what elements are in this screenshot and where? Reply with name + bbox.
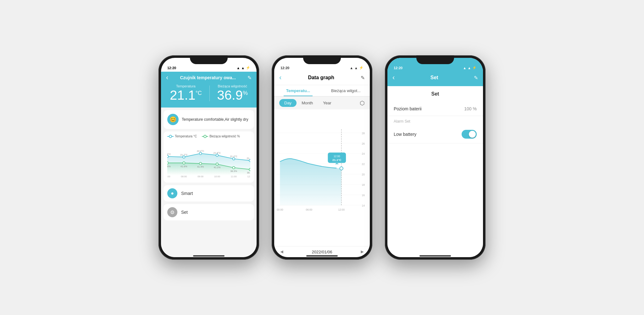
menu-item-set[interactable]: ⚙ Set <box>164 204 254 220</box>
wifi-icon-3: ▲ <box>468 66 471 70</box>
battery-label: Poziom baterii <box>394 106 422 111</box>
graph-area: 28 26 24 22 20 18 16 14 <box>274 109 370 246</box>
temp-val-3: 21.9°C <box>214 152 221 154</box>
tab-day[interactable]: Day <box>279 99 297 107</box>
back-icon-3[interactable]: ‹ <box>392 74 395 82</box>
tooltip-time: 12:00 <box>334 155 340 158</box>
edit-icon-1[interactable]: ✎ <box>247 75 252 81</box>
y-label-14: 14 <box>362 204 365 207</box>
battery-row: Poziom baterii 100 % <box>387 102 483 116</box>
tab-month[interactable]: Month <box>297 99 318 107</box>
phone2-header: ‹ Data graph ✎ <box>274 72 370 85</box>
x-label-5: 12:00 <box>247 175 250 178</box>
status-time-2: 12:20 <box>280 66 350 70</box>
wifi-icon-1: ▲ <box>241 66 245 70</box>
y-label-24: 24 <box>362 152 365 155</box>
tooltip-arrow <box>335 163 339 164</box>
current-date: 2022/01/06 <box>312 250 332 254</box>
hum-dot-5 <box>249 168 250 171</box>
tab-wilgotnosc[interactable]: Bieżąca wilgot... <box>322 85 370 96</box>
hum-val-2: 41.4% <box>197 166 204 169</box>
battery-icon-1: ⚡ <box>246 66 250 70</box>
back-icon-2[interactable]: ‹ <box>279 74 281 82</box>
temp-dot-2 <box>199 152 202 155</box>
hum-dot-3 <box>216 163 219 166</box>
hum-val-3: 41.2% <box>214 166 221 169</box>
x-label-2: 09:00 <box>197 175 203 178</box>
prev-date-button[interactable]: ◄ <box>279 249 284 255</box>
time-range-row: Day Month Year ⬡ <box>274 97 370 109</box>
tab-year[interactable]: Year <box>318 99 336 107</box>
temp-val-5: 21.1°C <box>247 157 250 160</box>
hum-value: 36.9% <box>217 88 248 102</box>
screen-1: ‹ Czujnik temperatury owa... ✎ Temperatu… <box>161 72 257 257</box>
legend-temp: Temperatura °C <box>167 135 197 138</box>
back-icon-1[interactable]: ‹ <box>166 74 168 82</box>
battery-icon-3: ⚡ <box>472 66 477 70</box>
y-label-20: 20 <box>362 173 365 176</box>
hum-dot-2 <box>199 163 202 165</box>
main-chart-svg: 28 26 24 22 20 18 16 14 <box>277 109 367 246</box>
y-label-16: 16 <box>362 194 365 197</box>
temp-val-0: 21.8°C <box>167 153 171 156</box>
phone1-metrics: Temperatura 21.1°C Bieżąca wilgotność 36… <box>166 84 252 102</box>
x-main-0: 00:00 <box>277 208 283 211</box>
phone-3: 12:20 ▲ ▲ ⚡ ‹ Set ✎ Set Poziom baterii 1… <box>385 55 486 260</box>
hum-label: Bieżąca wilgotność <box>217 84 248 88</box>
set-label: Set <box>181 210 188 215</box>
low-battery-row: Low battery <box>387 125 483 143</box>
chart-card: Temperatura °C Bieżąca wilgotność % <box>164 131 254 183</box>
menu-item-smart[interactable]: ● Smart <box>164 185 254 202</box>
status-icons-1: ▲ ▲ ⚡ <box>236 66 250 70</box>
page-title-2: Data graph <box>308 75 334 80</box>
hum-metric: Bieżąca wilgotność 36.9% <box>217 84 248 102</box>
notch-3 <box>416 55 454 64</box>
legend-temp-label: Temperatura °C <box>175 135 197 138</box>
legend-dot-temp <box>167 136 174 137</box>
battery-value: 100 % <box>464 106 477 111</box>
tab-temperatura[interactable]: Temperatu... <box>274 85 322 96</box>
status-icons-3: ▲ ▲ ⚡ <box>463 66 477 70</box>
hum-val-1: 41.6% <box>180 165 187 168</box>
signal-icon-3: ▲ <box>463 66 466 70</box>
signal-icon-2: ▲ <box>350 66 353 70</box>
status-icons-2: ▲ ▲ ⚡ <box>350 66 364 70</box>
hum-dot-0 <box>167 162 169 164</box>
chart-legend: Temperatura °C Bieżąca wilgotność % <box>167 135 250 138</box>
temp-unit: °C <box>196 90 202 96</box>
page-title-1: Czujnik temperatury owa... <box>180 75 236 80</box>
temp-dot-3 <box>216 154 219 157</box>
legend-hum-label: Bieżąca wilgotność % <box>209 135 240 138</box>
mini-chart-svg: 21.8°C 21.7°C 22.2°C 21.9°C 21.4°C 21.1°… <box>167 141 250 178</box>
y-label-18: 18 <box>362 184 365 186</box>
phone3-body: Set Poziom baterii 100 % Alarm Set Low b… <box>387 86 483 257</box>
status-time-3: 12:20 <box>394 66 463 70</box>
temp-val-4: 21.4°C <box>230 155 238 158</box>
notch-1 <box>190 55 228 64</box>
next-date-button[interactable]: ► <box>360 249 365 255</box>
data-type-tabs: Temperatu... Bieżąca wilgot... <box>274 85 370 97</box>
tooltip-dot <box>340 167 343 170</box>
export-button[interactable]: ⬡ <box>360 100 365 107</box>
phone-1: 12:20 ▲ ▲ ⚡ ‹ Czujnik temperatury owa...… <box>158 55 259 260</box>
x-label-4: 11:00 <box>231 175 237 178</box>
x-label-0: 07:00 <box>167 175 170 178</box>
set-icon: ⚙ <box>167 207 177 217</box>
x-label-1: 08:00 <box>181 175 187 178</box>
edit-icon-2[interactable]: ✎ <box>361 75 365 81</box>
temp-dot-1 <box>183 156 185 158</box>
edit-icon-3[interactable]: ✎ <box>474 75 478 81</box>
low-battery-toggle[interactable] <box>462 130 477 139</box>
signal-icon-1: ▲ <box>236 66 240 70</box>
hum-unit: % <box>243 90 248 96</box>
alarm-section-header: Alarm Set <box>387 116 483 125</box>
temp-dot-0 <box>167 155 169 158</box>
x-main-12: 12:00 <box>338 208 345 211</box>
phone1-nav: ‹ Czujnik temperatury owa... ✎ <box>166 74 252 82</box>
hum-val-5: 36.9% <box>247 171 250 174</box>
y-label-22: 22 <box>362 163 365 166</box>
hum-dot-4 <box>232 167 235 169</box>
temp-area-main <box>280 159 341 205</box>
metrics-divider <box>209 86 210 101</box>
temp-val-1: 21.7°C <box>180 153 188 156</box>
